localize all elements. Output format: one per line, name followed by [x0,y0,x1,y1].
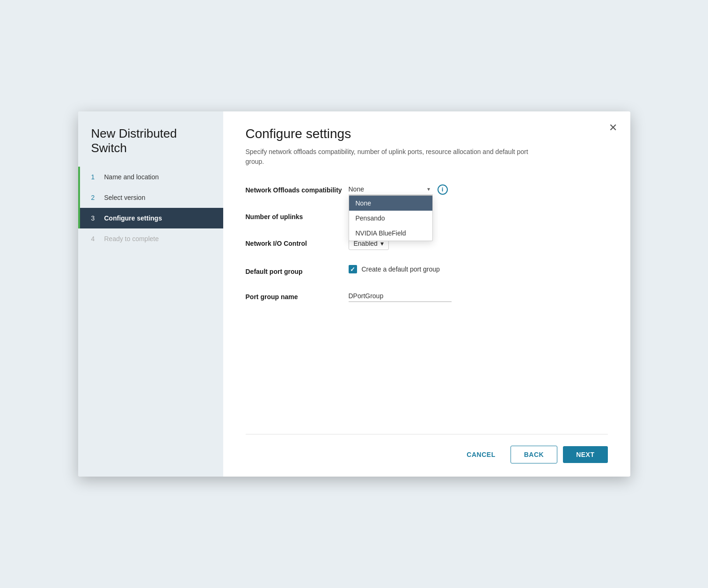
step-ready-to-complete: 4 Ready to complete [78,228,223,249]
network-offloads-control: None ▾ None Pensando NVIDIA BlueField i [349,184,448,195]
page-title: Configure settings [246,126,608,141]
network-offloads-selected-value: None [349,185,364,193]
create-default-port-group-label: Create a default port group [362,265,440,273]
close-button[interactable]: ✕ [607,121,619,135]
default-port-group-label: Default port group [246,265,349,275]
number-of-uplinks-label: Number of uplinks [246,210,349,220]
page-description: Specify network offloads compatibility, … [246,147,545,167]
form-section: Network Offloads compatibility None ▾ No… [246,184,608,434]
create-default-port-group-checkbox-wrapper[interactable]: Create a default port group [349,265,440,273]
default-port-group-control: Create a default port group [349,265,440,273]
dropdown-option-none[interactable]: None [349,196,432,211]
next-button[interactable]: NEXT [563,446,607,463]
step-number-2: 2 [91,194,100,201]
dropdown-option-nvidia[interactable]: NVIDIA BlueField [349,226,432,241]
step-select-version[interactable]: 2 Select version [78,187,223,208]
default-port-group-row: Default port group Create a default port… [246,265,608,275]
network-offloads-menu: None Pensando NVIDIA BlueField [349,195,433,241]
step-label-3: Configure settings [104,214,162,222]
close-icon: ✕ [609,122,617,133]
port-group-name-row: Port group name [246,290,608,302]
step-number-1: 1 [91,173,100,181]
step-name-and-location[interactable]: 1 Name and location [78,167,223,187]
back-button[interactable]: BACK [511,446,557,463]
step-label-2: Select version [104,194,146,201]
dialog-title: New Distributed Switch [78,111,223,167]
create-default-port-group-checkbox[interactable] [349,265,357,273]
network-offloads-row: Network Offloads compatibility None ▾ No… [246,184,608,195]
new-distributed-switch-dialog: New Distributed Switch 1 Name and locati… [78,111,630,477]
port-group-name-label: Port group name [246,290,349,301]
network-offloads-dropdown-wrapper: None ▾ None Pensando NVIDIA BlueField [349,184,433,195]
port-group-name-input[interactable] [349,290,452,302]
step-label-4: Ready to complete [104,235,159,243]
network-io-control-label: Network I/O Control [246,237,349,247]
footer: CANCEL BACK NEXT [246,434,608,463]
dropdown-option-pensando[interactable]: Pensando [349,211,432,226]
network-offloads-dropdown[interactable]: None ▾ [349,184,433,195]
info-icon[interactable]: i [438,184,448,195]
port-group-name-control [349,290,452,302]
step-number-3: 3 [91,214,100,222]
sidebar: New Distributed Switch 1 Name and locati… [78,111,223,477]
step-configure-settings[interactable]: 3 Configure settings [78,208,223,228]
cancel-button[interactable]: CANCEL [457,446,504,463]
step-label-1: Name and location [104,173,159,181]
steps-list: 1 Name and location 2 Select version 3 C… [78,167,223,249]
main-content: ✕ Configure settings Specify network off… [223,111,630,477]
chevron-down-icon: ▾ [427,186,430,192]
step-number-4: 4 [91,235,100,243]
network-offloads-label: Network Offloads compatibility [246,184,349,194]
